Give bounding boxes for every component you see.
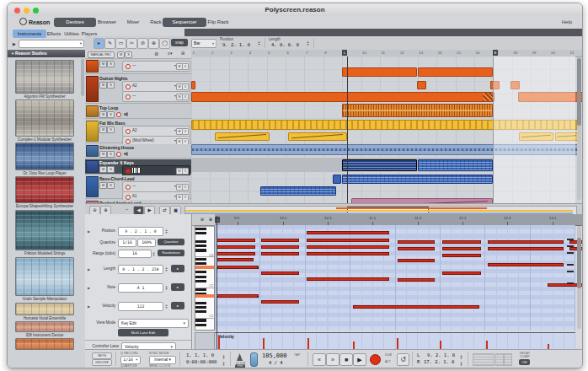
- search-input[interactable]: ▾: [19, 40, 84, 48]
- arrangement-grid[interactable]: [191, 56, 575, 203]
- device-list-item[interactable]: Humana Vocal Ensemble: [15, 303, 74, 320]
- end-marker[interactable]: E: [493, 50, 498, 56]
- track-lane[interactable]: —▾MX: [122, 61, 190, 72]
- device-list-item[interactable]: Europa Shapeshifting Synthesizer: [15, 176, 74, 208]
- track-mute-button[interactable]: M: [99, 182, 107, 189]
- left-locator-marker[interactable]: L: [215, 217, 220, 223]
- track-mute-button[interactable]: M: [99, 82, 107, 89]
- track-row[interactable]: Outrun NightsMSA2▾MX—▾MX: [85, 75, 191, 104]
- hand-tool[interactable]: ◯: [159, 38, 170, 49]
- track-mute-button[interactable]: M: [99, 111, 107, 118]
- lane-record-arm-button[interactable]: [126, 64, 131, 69]
- black-key[interactable]: [195, 306, 206, 309]
- click-level-slider[interactable]: [250, 352, 258, 367]
- pre-button[interactable]: PRE: [235, 364, 245, 368]
- zoom-out-icon[interactable]: ⊖: [198, 216, 206, 223]
- master-solo-button[interactable]: S: [125, 51, 132, 58]
- length-stepper[interactable]: ▴▾: [306, 40, 310, 46]
- midi-note[interactable]: [398, 240, 435, 244]
- track-solo-button[interactable]: S: [107, 182, 115, 189]
- lane-record-arm-button[interactable]: [126, 94, 131, 99]
- zoom-in-icon[interactable]: ⊕: [206, 216, 215, 223]
- song-position-bars[interactable]: 1. 1. 1. 0: [186, 352, 214, 358]
- mute-tool[interactable]: ⊘: [137, 38, 148, 49]
- black-key[interactable]: [195, 228, 206, 230]
- midi-note[interactable]: [216, 294, 259, 298]
- length-stepper[interactable]: ▴▾: [164, 266, 168, 272]
- clip-blue-sel[interactable]: [342, 159, 417, 171]
- loop-on-off-button[interactable]: ↺: [397, 353, 409, 366]
- rewind-button[interactable]: «: [313, 353, 326, 366]
- razor-tool[interactable]: ✂: [126, 38, 137, 49]
- track-mute-button[interactable]: M: [99, 126, 107, 133]
- lane-record-arm-button[interactable]: [126, 84, 131, 89]
- browser-tab-players[interactable]: Players: [78, 30, 100, 38]
- tempo-value[interactable]: 105,000: [262, 352, 287, 359]
- right-locator-value[interactable]: 17. 2. 1. 0: [424, 359, 454, 364]
- record-button[interactable]: [370, 354, 381, 365]
- clip-orange-hatch[interactable]: [191, 92, 494, 102]
- clip-yellow-auto[interactable]: [215, 132, 270, 141]
- editor-ruler[interactable]: 9.310.110.311.111.312.112.313.1L: [215, 214, 582, 226]
- groove-button[interactable]: GROOVE: [92, 359, 112, 366]
- track-row[interactable]: MS—▾MX: [85, 59, 191, 74]
- length-apply-button[interactable]: ▸: [171, 265, 184, 272]
- track-solo-button[interactable]: S: [107, 61, 115, 67]
- lane-delete-button[interactable]: X: [182, 184, 189, 191]
- grid-dropdown[interactable]: Bar▾: [191, 39, 216, 48]
- sidebar-scrollbar[interactable]: [81, 59, 84, 96]
- lanes-icon[interactable]: ≡▾: [168, 51, 172, 56]
- gear-icon[interactable]: ⚙: [154, 51, 158, 56]
- song-position-time[interactable]: 0:00:00:000: [186, 359, 216, 364]
- clip-blue[interactable]: [333, 175, 341, 184]
- time-signature[interactable]: 4 / 4: [269, 360, 283, 365]
- position-stepper[interactable]: ▴▾: [257, 40, 261, 46]
- black-key[interactable]: [195, 262, 206, 265]
- velocity-stepper[interactable]: ▴▾: [164, 304, 168, 309]
- clip-orange[interactable]: [418, 67, 493, 77]
- midi-note[interactable]: [261, 272, 299, 275]
- midi-note[interactable]: [398, 278, 435, 282]
- left-locator-marker[interactable]: L: [342, 50, 347, 56]
- black-key[interactable]: [195, 249, 206, 251]
- range-stepper[interactable]: ▴▾: [152, 251, 156, 256]
- clip-blue-notes[interactable]: [418, 159, 493, 171]
- note-grid[interactable]: [215, 225, 575, 331]
- midi-note[interactable]: [307, 231, 389, 234]
- midi-note[interactable]: [398, 247, 435, 250]
- midi-note[interactable]: [216, 258, 254, 261]
- device-list-item[interactable]: Friktion Modeled Strings: [15, 210, 74, 255]
- left-locator-stepper[interactable]: ▴▾: [459, 354, 463, 359]
- multi-lane-edit-button[interactable]: Multi Lane Edit: [118, 329, 168, 336]
- lane-record-arm-button[interactable]: [126, 185, 131, 190]
- quantize-amount-dropdown[interactable]: 100%: [137, 239, 156, 247]
- play-button[interactable]: ▶: [353, 353, 366, 366]
- midi-note[interactable]: [398, 259, 435, 262]
- lane-record-arm-button[interactable]: [126, 139, 131, 144]
- tap-tempo-label[interactable]: TAP: [294, 353, 300, 357]
- lane-delete-button[interactable]: X: [182, 128, 189, 135]
- viewmode-dropdown[interactable]: Key Edit▾: [118, 319, 189, 328]
- lane-record-arm-button[interactable]: [126, 169, 131, 174]
- lane-delete-button[interactable]: X: [182, 168, 189, 175]
- device-list-item[interactable]: Algoritm FM Synthesizer: [15, 60, 74, 99]
- lane-delete-button[interactable]: X: [182, 63, 189, 70]
- midi-note[interactable]: [216, 252, 255, 255]
- clip-blue-notes[interactable]: [342, 175, 493, 184]
- delay-comp-on-button[interactable]: ON: [519, 359, 530, 365]
- clip-orange[interactable]: [417, 81, 426, 89]
- track-row[interactable]: Expander X KeysMS▾MX: [85, 159, 191, 175]
- note-apply-button[interactable]: ▸: [171, 283, 184, 291]
- add-lane-icon[interactable]: ⊞: [181, 51, 184, 56]
- selection-tool[interactable]: ▸: [94, 38, 104, 49]
- midi-note[interactable]: [488, 247, 564, 250]
- track-row[interactable]: Glistening HouseMS: [85, 144, 191, 159]
- song-time-stepper[interactable]: ▴▾: [222, 361, 226, 366]
- black-key[interactable]: [195, 258, 206, 261]
- note-value[interactable]: A 1: [118, 283, 163, 293]
- track-mute-button[interactable]: M: [99, 151, 107, 158]
- midi-note[interactable]: [442, 240, 481, 244]
- midi-note[interactable]: [488, 263, 564, 266]
- track-row[interactable]: Top LoopMS: [85, 105, 191, 119]
- stop-button[interactable]: ■: [339, 353, 353, 366]
